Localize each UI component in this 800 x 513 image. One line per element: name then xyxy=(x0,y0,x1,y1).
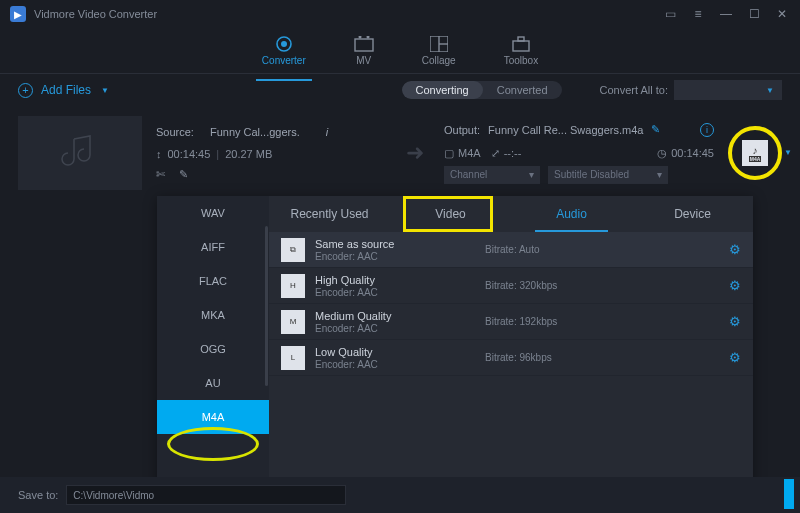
sidebar-item-m4a[interactable]: M4A xyxy=(157,400,269,434)
channel-select[interactable]: Channel▾ xyxy=(444,166,540,184)
source-size: 20.27 MB xyxy=(225,148,272,160)
cut-icon[interactable]: ✄ xyxy=(156,168,165,181)
highlight-circle xyxy=(728,126,782,180)
gear-icon[interactable]: ⚙ xyxy=(729,314,741,329)
gear-icon[interactable]: ⚙ xyxy=(729,278,741,293)
caret-down-icon: ▼ xyxy=(101,86,109,95)
preset-high-quality[interactable]: H High QualityEncoder: AAC Bitrate: 320k… xyxy=(269,268,753,304)
toolbar: + Add Files ▼ Converting Converted Conve… xyxy=(0,74,800,106)
minimize-icon[interactable]: — xyxy=(718,7,734,21)
arrow-right-icon: ➜ xyxy=(400,140,430,166)
tab-converted[interactable]: Converted xyxy=(483,81,562,99)
tab-audio[interactable]: Audio xyxy=(511,196,632,232)
app-logo: ▶ xyxy=(10,6,26,22)
preset-medium-quality[interactable]: M Medium QualityEncoder: AAC Bitrate: 19… xyxy=(269,304,753,340)
titlebar: ▶ Vidmore Video Converter ▭ ≡ — ☐ ✕ xyxy=(0,0,800,28)
clock-icon: ◷ xyxy=(657,147,667,160)
gear-icon[interactable]: ⚙ xyxy=(729,242,741,257)
mode-toolbox[interactable]: Toolbox xyxy=(504,35,538,66)
panel-tabs: Recently Used Video Audio Device xyxy=(269,196,753,232)
info-icon[interactable]: i xyxy=(326,126,328,138)
caret-down-icon[interactable]: ▼ xyxy=(784,148,792,157)
mode-bar: Converter MV Collage Toolbox xyxy=(0,28,800,74)
plus-icon: + xyxy=(18,83,33,98)
edit-icon[interactable]: ✎ xyxy=(179,168,188,181)
mode-collage[interactable]: Collage xyxy=(422,35,456,66)
output-info-icon[interactable]: i xyxy=(700,123,714,137)
svg-point-1 xyxy=(281,41,287,47)
source-label: Source: xyxy=(156,126,194,138)
rename-icon[interactable]: ✎ xyxy=(651,123,660,136)
convert-all-dropdown[interactable]: ▼ xyxy=(674,80,782,100)
preset-icon: H xyxy=(281,274,305,298)
menu-icon[interactable]: ≡ xyxy=(690,7,706,21)
tab-video[interactable]: Video xyxy=(390,196,511,232)
svg-point-4 xyxy=(366,36,369,39)
file-row: Source: Funny Cal...ggers. i ↕ 00:14:45 … xyxy=(0,106,800,196)
source-duration: 00:14:45 xyxy=(168,148,211,160)
tab-converting[interactable]: Converting xyxy=(402,81,483,99)
gear-icon[interactable]: ⚙ xyxy=(729,350,741,365)
reorder-icon[interactable]: ↕ xyxy=(156,148,162,160)
convert-all-label: Convert All to: xyxy=(600,84,668,96)
expand-icon: ⤢ xyxy=(491,147,500,160)
svg-rect-9 xyxy=(518,37,524,41)
app-title: Vidmore Video Converter xyxy=(34,8,662,20)
status-filter: Converting Converted xyxy=(402,81,562,99)
svg-point-3 xyxy=(358,36,361,39)
sidebar-item-au[interactable]: AU xyxy=(157,366,269,400)
format-sidebar: WAV AIFF FLAC MKA OGG AU M4A xyxy=(157,196,269,496)
mv-icon xyxy=(354,35,374,53)
preset-icon: ⧉ xyxy=(281,238,305,262)
toolbox-icon xyxy=(511,35,531,53)
svg-rect-2 xyxy=(355,39,373,51)
output-duration: 00:14:45 xyxy=(671,147,714,159)
preset-low-quality[interactable]: L Low QualityEncoder: AAC Bitrate: 96kbp… xyxy=(269,340,753,376)
sidebar-item-flac[interactable]: FLAC xyxy=(157,264,269,298)
preset-icon: M xyxy=(281,310,305,334)
tab-recently-used[interactable]: Recently Used xyxy=(269,196,390,232)
output-res: --:-- xyxy=(504,147,522,159)
svg-rect-8 xyxy=(513,41,529,51)
output-format: M4A xyxy=(458,147,481,159)
output-filename: Funny Call Re... Swaggers.m4a xyxy=(488,124,643,136)
maximize-icon[interactable]: ☐ xyxy=(746,7,762,21)
preset-list: ⧉ Same as sourceEncoder: AAC Bitrate: Au… xyxy=(269,232,753,496)
mode-mv[interactable]: MV xyxy=(354,35,374,66)
mode-converter[interactable]: Converter xyxy=(262,35,306,66)
preset-icon: L xyxy=(281,346,305,370)
sidebar-item-wav[interactable]: WAV xyxy=(157,196,269,230)
collage-icon xyxy=(429,35,449,53)
format-panel: WAV AIFF FLAC MKA OGG AU M4A Recently Us… xyxy=(157,196,753,496)
sidebar-item-aiff[interactable]: AIFF xyxy=(157,230,269,264)
tab-device[interactable]: Device xyxy=(632,196,753,232)
convert-button[interactable] xyxy=(784,479,794,509)
add-files-button[interactable]: + Add Files ▼ xyxy=(18,83,109,98)
output-label: Output: xyxy=(444,124,480,136)
scrollbar[interactable] xyxy=(265,226,268,386)
sidebar-item-mka[interactable]: MKA xyxy=(157,298,269,332)
music-note-icon xyxy=(60,133,100,173)
sidebar-item-ogg[interactable]: OGG xyxy=(157,332,269,366)
file-thumbnail[interactable] xyxy=(18,116,142,190)
source-filename: Funny Cal...ggers. xyxy=(210,126,300,138)
save-path-input[interactable]: C:\Vidmore\Vidmo xyxy=(66,485,346,505)
preset-same-as-source[interactable]: ⧉ Same as sourceEncoder: AAC Bitrate: Au… xyxy=(269,232,753,268)
chat-icon[interactable]: ▭ xyxy=(662,7,678,21)
save-to-label: Save to: xyxy=(18,489,58,501)
converter-icon xyxy=(274,35,294,53)
subtitle-select[interactable]: Subtitle Disabled▾ xyxy=(548,166,668,184)
footer: Save to: C:\Vidmore\Vidmo xyxy=(0,477,800,513)
close-icon[interactable]: ✕ xyxy=(774,7,790,21)
screen-icon: ▢ xyxy=(444,147,454,160)
